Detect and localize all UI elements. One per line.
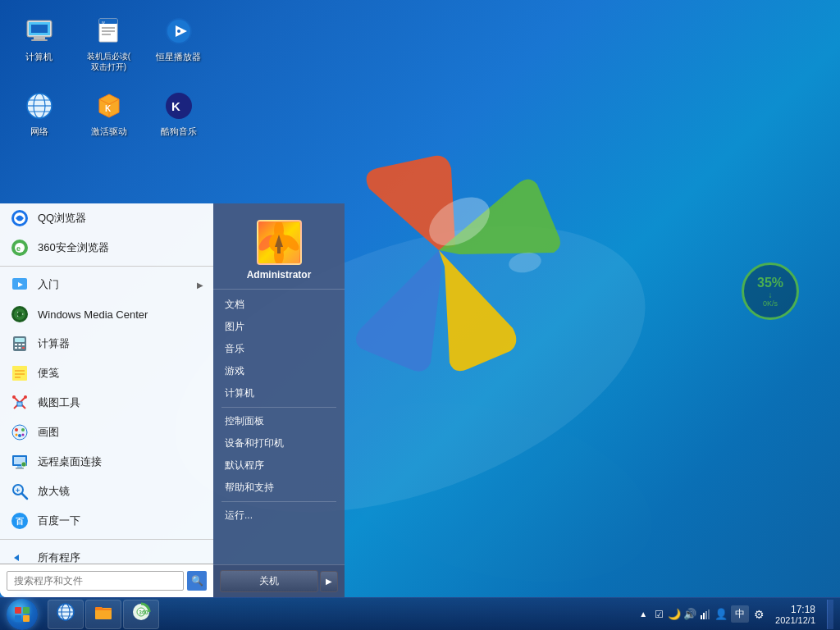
desktop-icon-computer[interactable]: 计算机 (8, 8, 70, 79)
menu-separator-2 (0, 539, 213, 540)
svg-rect-80 (277, 247, 281, 253)
svg-point-57 (15, 428, 18, 431)
post-install-icon: W (93, 15, 126, 48)
snip-label: 截图工具 (38, 395, 80, 410)
taskbar-items: 360 (44, 600, 631, 629)
ime-language[interactable]: 中 (731, 605, 749, 623)
menu-item-qq-browser[interactable]: QQ浏览器 (0, 203, 213, 233)
menu-item-paint[interactable]: 画图 (0, 418, 213, 447)
right-item-pictures[interactable]: 图片 (213, 316, 345, 338)
clock-time: 17:18 (791, 604, 815, 615)
media-player-label: 恒星播放器 (156, 51, 201, 62)
right-item-music[interactable]: 音乐 (213, 338, 345, 360)
svg-point-1 (507, 250, 543, 276)
devices-label: 设备和打印机 (225, 436, 284, 450)
run-label: 运行... (225, 509, 253, 523)
network-label: 网络 (30, 126, 48, 137)
tray-user-icon[interactable]: 👤 (714, 608, 728, 621)
user-avatar[interactable] (257, 220, 302, 265)
post-install-label: 装机后必读(双击打开) (87, 51, 130, 72)
network-speed-widget: 35% ↓ 0K/s (742, 262, 799, 320)
control-panel-label: 控制面板 (225, 414, 264, 428)
right-item-control-panel[interactable]: 控制面板 (213, 410, 345, 432)
clock[interactable]: 17:18 2021/12/1 (769, 604, 822, 625)
svg-rect-55 (17, 402, 22, 406)
all-programs-label: 所有程序 (38, 550, 80, 564)
menu-item-snip[interactable]: 截图工具 (0, 388, 213, 418)
taskbar-item-ie2[interactable]: 360 (123, 600, 159, 629)
svg-rect-82 (15, 607, 21, 614)
baidu-icon: 百 (10, 511, 30, 531)
taskbar-explorer-icon (94, 602, 113, 626)
rdp-icon (10, 452, 30, 472)
right-separator (221, 407, 336, 408)
start-button[interactable] (0, 598, 44, 631)
right-item-help[interactable]: 帮助和支持 (213, 477, 345, 499)
svg-text:K: K (105, 104, 112, 113)
shutdown-arrow-button[interactable]: ▶ (320, 571, 338, 592)
svg-point-17 (177, 30, 180, 33)
show-desktop-button[interactable] (827, 600, 833, 629)
calc-icon (10, 334, 30, 354)
qq-browser-icon (10, 208, 30, 228)
menu-item-baidu[interactable]: 百 百度一下 (0, 506, 213, 536)
svg-point-38 (17, 312, 22, 317)
svg-point-61 (22, 434, 25, 436)
all-programs-icon (10, 548, 30, 564)
computer-right-label: 计算机 (225, 386, 254, 400)
svg-rect-4 (34, 37, 45, 39)
intro-arrow: ▶ (197, 281, 203, 290)
desktop-icon-media-player[interactable]: 恒星播放器 (148, 8, 209, 79)
right-item-computer[interactable]: 计算机 (213, 382, 345, 404)
paint-label: 画图 (38, 425, 59, 440)
desktop: 计算机 W 装机后必读(双击打开) (0, 0, 840, 630)
desktop-icon-network[interactable]: 网络 (8, 83, 70, 144)
taskbar-ie2-icon: 360 (131, 602, 151, 626)
tray-expand-button[interactable]: ▲ (637, 608, 649, 620)
desktop-icon-kuwo[interactable]: K 酷狗音乐 (148, 83, 209, 144)
menu-item-wmc[interactable]: Windows Media Center (0, 299, 213, 329)
menu-item-calc[interactable]: 计算器 (0, 329, 213, 358)
sticky-label: 便笺 (38, 366, 59, 381)
svg-rect-40 (15, 338, 25, 342)
start-menu-right-panel: Administrator 文档 图片 音乐 游戏 计算机 控制面板 (213, 203, 345, 597)
svg-point-29 (17, 216, 22, 221)
right-item-documents[interactable]: 文档 (213, 294, 345, 316)
search-button[interactable]: 🔍 (187, 571, 207, 591)
games-label: 游戏 (225, 364, 244, 378)
menu-item-sticky[interactable]: 便笺 (0, 358, 213, 388)
svg-point-66 (21, 462, 26, 467)
wmc-icon (10, 304, 30, 324)
right-item-default-programs[interactable]: 默认程序 (213, 454, 345, 477)
driver-label: 激活驱动 (91, 126, 127, 137)
360-browser-icon: e (10, 238, 30, 258)
svg-text:360: 360 (139, 609, 148, 615)
right-item-devices[interactable]: 设备和打印机 (213, 432, 345, 454)
tray-volume-icon[interactable]: 🔊 (683, 608, 696, 621)
documents-label: 文档 (225, 298, 244, 312)
network-speed: 0K/s (763, 299, 778, 308)
right-item-games[interactable]: 游戏 (213, 360, 345, 382)
shutdown-button[interactable]: 关机 (220, 570, 318, 592)
wmc-label: Windows Media Center (38, 308, 148, 321)
svg-rect-41 (15, 344, 17, 345)
taskbar-item-explorer[interactable] (85, 600, 121, 629)
svg-rect-65 (16, 468, 24, 469)
start-orb (7, 599, 38, 630)
menu-item-rdp[interactable]: 远程桌面连接 (0, 447, 213, 477)
menu-item-all-programs[interactable]: 所有程序 (0, 543, 213, 564)
menu-item-magnifier[interactable]: + 放大镜 (0, 477, 213, 506)
menu-item-intro[interactable]: 入门 ▶ (0, 270, 213, 299)
search-input[interactable] (7, 571, 184, 591)
tray-settings-icon[interactable]: ⚙ (752, 608, 765, 621)
menu-item-360-browser[interactable]: e 360安全浏览器 (0, 233, 213, 262)
desktop-icon-post-install[interactable]: W 装机后必读(双击打开) (78, 8, 139, 79)
taskbar-item-ie[interactable] (48, 600, 84, 629)
tray-checkbox-icon[interactable]: ☑ (652, 608, 665, 621)
tray-network-icon[interactable] (699, 608, 712, 621)
desktop-icon-driver-activate[interactable]: K 激活驱动 (78, 83, 139, 144)
svg-rect-64 (17, 466, 22, 468)
help-label: 帮助和支持 (225, 481, 274, 495)
tray-moon-icon[interactable]: 🌙 (668, 608, 681, 621)
right-item-run[interactable]: 运行... (213, 504, 345, 527)
